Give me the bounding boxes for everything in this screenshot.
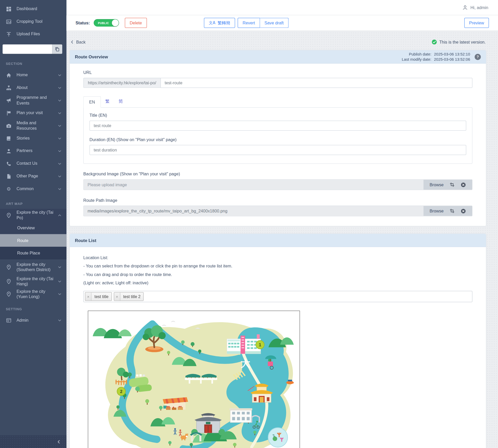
sidebar-item-common[interactable]: ⚙ Common	[0, 183, 66, 195]
location-tag: × test title	[85, 292, 112, 301]
browse-button[interactable]: Browse	[430, 182, 444, 187]
tab-traditional-chinese[interactable]: 繁	[101, 96, 114, 107]
image-icon	[6, 19, 12, 24]
route-list-card: Route List Location List: - You can sele…	[70, 233, 487, 448]
instruction-line: (Light on: active; Light off: inactive)	[83, 280, 472, 286]
map-coral-pool	[268, 428, 288, 447]
route-path-image-actions: Browse	[424, 206, 472, 216]
sidebar-item-partners[interactable]: Partners	[0, 145, 66, 157]
back-link[interactable]: Back	[70, 40, 86, 45]
top-header: Hi, admin	[66, 0, 498, 15]
chevron-down-icon	[57, 174, 63, 179]
route-path-image-label: Route Path Image	[83, 198, 472, 203]
route-overview-card: Route Overview Publish date: 2025-03-06 …	[70, 50, 487, 226]
title-en-label: Title (EN)	[89, 113, 466, 118]
user-icon	[6, 148, 12, 154]
url-label: URL	[83, 70, 472, 75]
sidebar-item-media-and-resources[interactable]: Media and Resources	[0, 119, 66, 132]
sidebar-item-other-page[interactable]: Other Page	[0, 170, 66, 183]
chevron-down-icon	[57, 161, 63, 166]
map-marker-1[interactable]: 1	[256, 341, 264, 349]
revert-save-group: Revert Save draft	[238, 18, 289, 28]
url-input-group: https://artsinthecity.hk/explore/tai-po/…	[83, 78, 472, 88]
user-greeting[interactable]: Hi, admin	[471, 5, 488, 10]
remove-tag-icon[interactable]: ×	[114, 293, 120, 301]
setting-heading: SETTING	[0, 300, 66, 314]
gear-icon: ⚙	[6, 186, 12, 192]
clear-icon[interactable]	[461, 182, 466, 187]
language-tabs: EN 繁 简	[83, 96, 472, 107]
background-image-placeholder: Please upload image	[84, 180, 424, 190]
svg-text:2: 2	[120, 389, 122, 394]
chevron-down-icon	[57, 136, 63, 141]
sidebar-item-upload-files[interactable]: Upload Files	[0, 28, 66, 41]
copy-icon	[55, 47, 60, 52]
clear-icon[interactable]	[461, 208, 466, 213]
cms-app: Dashboard Cropping Tool Upload Files SEC…	[0, 0, 498, 448]
sidebar-item-plan-your-visit[interactable]: Plan your visit	[0, 107, 66, 119]
save-draft-button[interactable]: Save draft	[260, 18, 288, 28]
map-marker-2[interactable]: 2	[117, 387, 126, 396]
sidebar-item-explore-tai-hang[interactable]: Explore the city (Tai Hang)	[0, 275, 66, 288]
chevron-down-icon	[57, 85, 63, 90]
book-icon	[6, 136, 12, 141]
latest-version-note: This is the latest version.	[432, 39, 486, 45]
sidebar-subitem-route[interactable]: Route	[0, 234, 66, 247]
crop-icon[interactable]	[450, 182, 455, 187]
sidebar-subitem-overview[interactable]: Overview	[0, 222, 66, 234]
publish-dates: Publish date: 2025-03-06 13:52:10 Last m…	[402, 52, 470, 62]
chevron-left-icon	[70, 40, 74, 44]
remove-tag-icon[interactable]: ×	[85, 293, 92, 301]
sidebar-item-programme-and-events[interactable]: Programme and Events	[0, 94, 66, 107]
dashboard-icon	[6, 6, 12, 12]
revert-button[interactable]: Revert	[238, 18, 260, 28]
delete-button[interactable]: Delete	[125, 18, 147, 28]
copy-button[interactable]	[52, 44, 62, 54]
sidebar-item-explore-yuen-long[interactable]: Explore the city (Yuen Long)	[0, 288, 66, 300]
status-label: Status:	[75, 20, 90, 25]
preview-button[interactable]: Preview	[464, 18, 489, 28]
map-pin-icon	[6, 212, 12, 218]
sidebar-item-explore-southern-district[interactable]: Explore the city (Southern District)	[0, 259, 66, 275]
chevron-down-icon	[57, 98, 63, 103]
home-icon	[6, 72, 12, 78]
sitemap-icon	[6, 85, 12, 91]
chevron-down-icon	[57, 265, 63, 270]
location-multiselect[interactable]: × test title × test title 2	[83, 291, 472, 302]
duration-en-input[interactable]: test duration	[89, 145, 466, 155]
svg-text:1: 1	[259, 342, 261, 347]
sidebar-item-explore-tai-po[interactable]: Explore the city (Tai Po)	[0, 209, 66, 222]
sidebar-item-home[interactable]: Home	[0, 69, 66, 81]
sidebar-item-dashboard[interactable]: Dashboard	[0, 3, 66, 15]
artmap-heading: ART MAP	[0, 195, 66, 209]
map-pin-icon	[6, 291, 12, 297]
sidebar-collapse-toggle[interactable]	[0, 435, 66, 448]
tab-en[interactable]: EN	[83, 96, 101, 108]
status-badge: PUBLIC	[98, 21, 109, 25]
sidebar-item-admin[interactable]: Admin	[0, 314, 66, 327]
sidebar-item-contact-us[interactable]: Contact Us	[0, 157, 66, 170]
search-input[interactable]	[3, 44, 52, 54]
url-slug-input[interactable]: test-route	[160, 78, 472, 88]
route-path-image-upload: media/images/explore_the_city_tp_route/m…	[83, 206, 472, 216]
sidebar-item-about[interactable]: About	[0, 81, 66, 94]
crop-icon[interactable]	[450, 209, 455, 213]
main-area: Hi, admin Status: PUBLIC Delete 文A 繁轉簡 R…	[66, 0, 498, 448]
flag-icon	[6, 110, 12, 116]
title-en-input[interactable]: test route	[89, 121, 466, 131]
translate-button[interactable]: 文A 繁轉簡	[204, 18, 235, 28]
status-toggle[interactable]: PUBLIC	[94, 19, 119, 27]
sidebar-item-cropping-tool[interactable]: Cropping Tool	[0, 15, 66, 28]
map-landmark-glyph: 大	[241, 358, 251, 369]
chevron-up-icon	[57, 213, 63, 218]
map-pin-icon	[6, 279, 12, 284]
card-title: Route Overview	[75, 54, 108, 59]
artmap-group-tai-po: Explore the city (Tai Po) Overview Route…	[0, 209, 66, 259]
sidebar-item-stories[interactable]: Stories	[0, 132, 66, 145]
tab-simplified-chinese[interactable]: 简	[114, 96, 127, 107]
route-overview-header: Route Overview Publish date: 2025-03-06 …	[70, 50, 486, 64]
sidebar-subitem-route-place[interactable]: Route Place	[0, 247, 66, 259]
help-icon[interactable]: ?	[475, 54, 481, 60]
chevron-down-icon	[57, 292, 63, 297]
browse-button[interactable]: Browse	[430, 209, 444, 213]
